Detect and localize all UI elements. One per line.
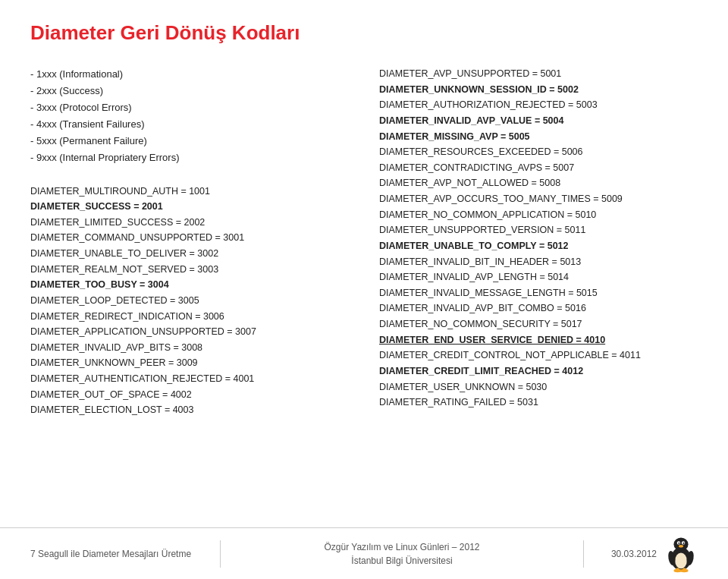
- left-code-13: DIAMETER_OUT_OF_SPACE = 4002: [30, 387, 349, 403]
- right-code-21: DIAMETER_RATING_FAILED = 5031: [379, 395, 698, 411]
- intro-item-2: - 2xxx (Success): [30, 83, 349, 99]
- right-code-10: DIAMETER_UNSUPPORTED_VERSION = 5011: [379, 222, 698, 238]
- left-code-6: DIAMETER_TOO_BUSY = 3004: [30, 277, 349, 293]
- footer-left: 7 Seagull ile Diameter Mesajları Üretme: [30, 549, 220, 559]
- intro-item-3: - 3xxx (Protocol Errors): [30, 99, 349, 116]
- left-code-9: DIAMETER_APPLICATION_UNSUPPORTED = 3007: [30, 324, 349, 340]
- right-code-5: DIAMETER_RESOURCES_EXCEEDED = 5006: [379, 144, 698, 160]
- svg-point-6: [682, 542, 684, 543]
- intro-item-5: - 5xxx (Permanent Failure): [30, 133, 349, 149]
- svg-rect-13: [683, 568, 686, 571]
- page-title: Diameter Geri Dönüş Kodları: [30, 21, 698, 45]
- footer-center-line2: İstanbul Bilgi Üniversitesi: [236, 554, 568, 568]
- svg-point-5: [678, 542, 679, 543]
- left-codes-container: DIAMETER_MULTIROUND_AUTH = 1001DIAMETER_…: [30, 184, 349, 418]
- right-code-4: DIAMETER_MISSING_AVP = 5005: [379, 129, 698, 145]
- right-code-7: DIAMETER_AVP_NOT_ALLOWED = 5008: [379, 175, 698, 191]
- right-code-20: DIAMETER_USER_UNKNOWN = 5030: [379, 379, 698, 395]
- footer-date: 30.03.2012: [611, 549, 657, 559]
- left-code-10: DIAMETER_INVALID_AVP_BITS = 3008: [30, 340, 349, 356]
- main-content: Diameter Geri Dönüş Kodları - 1xxx (Info…: [0, 0, 728, 526]
- right-code-1: DIAMETER_UNKNOWN_SESSION_ID = 5002: [379, 82, 698, 98]
- right-codes-container: DIAMETER_AVP_UNSUPPORTED = 5001DIAMETER_…: [379, 66, 698, 411]
- right-code-17: DIAMETER_END_USER_SERVICE_DENIED = 4010: [379, 332, 698, 348]
- right-code-3: DIAMETER_INVALID_AVP_VALUE = 5004: [379, 113, 698, 129]
- left-code-7: DIAMETER_LOOP_DETECTED = 3005: [30, 293, 349, 309]
- svg-rect-12: [676, 568, 679, 571]
- right-code-6: DIAMETER_CONTRADICTING_AVPS = 5007: [379, 160, 698, 176]
- right-code-14: DIAMETER_INVALID_MESSAGE_LENGTH = 5015: [379, 285, 698, 301]
- col-left: - 1xxx (Informational) - 2xxx (Success) …: [30, 66, 349, 511]
- svg-point-2: [673, 537, 688, 550]
- left-code-2: DIAMETER_LIMITED_SUCCESS = 2002: [30, 215, 349, 231]
- left-code-4: DIAMETER_UNABLE_TO_DELIVER = 3002: [30, 246, 349, 262]
- right-code-18: DIAMETER_CREDIT_CONTROL_NOT_APPLICABLE =…: [379, 348, 698, 363]
- columns: - 1xxx (Informational) - 2xxx (Success) …: [30, 66, 698, 511]
- svg-point-1: [675, 552, 687, 568]
- left-code-0: DIAMETER_MULTIROUND_AUTH = 1001: [30, 184, 349, 200]
- left-code-11: DIAMETER_UNKNOWN_PEER = 3009: [30, 355, 349, 371]
- left-code-12: DIAMETER_AUTHENTICATION_REJECTED = 4001: [30, 371, 349, 387]
- right-code-11: DIAMETER_UNABLE_TO_COMPLY = 5012: [379, 238, 698, 254]
- right-code-15: DIAMETER_INVALID_AVP_BIT_COMBO = 5016: [379, 301, 698, 316]
- left-code-1: DIAMETER_SUCCESS = 2001: [30, 199, 349, 215]
- right-code-8: DIAMETER_AVP_OCCURS_TOO_MANY_TIMES = 500…: [379, 191, 698, 207]
- footer-center: Özgür Yazılım ve Linux Günleri – 2012 İs…: [220, 540, 584, 568]
- right-code-2: DIAMETER_AUTHORIZATION_REJECTED = 5003: [379, 97, 698, 113]
- intro-item-1: - 1xxx (Informational): [30, 66, 349, 83]
- svg-point-7: [679, 545, 683, 547]
- right-code-19: DIAMETER_CREDIT_LIMIT_REACHED = 4012: [379, 363, 698, 379]
- left-code-14: DIAMETER_ELECTION_LOST = 4003: [30, 402, 349, 418]
- left-code-8: DIAMETER_REDIRECT_INDICATION = 3006: [30, 309, 349, 325]
- intro-item-4: - 4xxx (Transient Failures): [30, 116, 349, 133]
- intro-item-6: - 9xxx (Internal Propriatery Errors): [30, 149, 349, 166]
- right-code-12: DIAMETER_INVALID_BIT_IN_HEADER = 5013: [379, 254, 698, 270]
- intro-list: - 1xxx (Informational) - 2xxx (Success) …: [30, 66, 349, 167]
- col-right: DIAMETER_AVP_UNSUPPORTED = 5001DIAMETER_…: [379, 66, 698, 511]
- right-code-16: DIAMETER_NO_COMMON_SECURITY = 5017: [379, 316, 698, 332]
- footer-right: 30.03.2012: [584, 535, 698, 573]
- right-code-9: DIAMETER_NO_COMMON_APPLICATION = 5010: [379, 207, 698, 223]
- right-code-0: DIAMETER_AVP_UNSUPPORTED = 5001: [379, 66, 698, 82]
- left-code-3: DIAMETER_COMMAND_UNSUPPORTED = 3001: [30, 230, 349, 246]
- right-code-13: DIAMETER_INVALID_AVP_LENGTH = 5014: [379, 269, 698, 285]
- tux-logo: [664, 535, 698, 573]
- left-code-5: DIAMETER_REALM_NOT_SERVED = 3003: [30, 262, 349, 278]
- footer-center-line1: Özgür Yazılım ve Linux Günleri – 2012: [236, 540, 568, 554]
- footer: 7 Seagull ile Diameter Mesajları Üretme …: [0, 527, 728, 579]
